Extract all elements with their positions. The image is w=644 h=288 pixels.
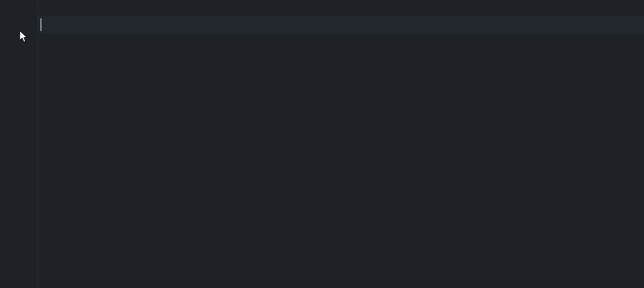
text-caret — [41, 18, 41, 31]
editor-gutter[interactable] — [0, 0, 38, 288]
active-line[interactable] — [38, 16, 644, 33]
editor-root — [0, 0, 644, 288]
code-area[interactable] — [38, 0, 644, 288]
editor-top-padding — [38, 0, 644, 16]
